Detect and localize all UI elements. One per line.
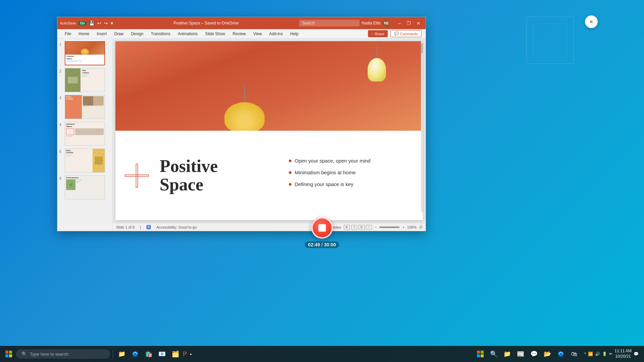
tab-animations[interactable]: Animations — [174, 30, 201, 38]
taskbar-center-search[interactable]: 🔍 — [488, 348, 500, 360]
comment-icon: 💬 — [394, 32, 399, 36]
start-button[interactable] — [3, 348, 15, 360]
volume-icon[interactable]: 🔊 — [595, 352, 600, 356]
tab-help[interactable]: Help — [287, 30, 302, 38]
taskbar-center-explorer[interactable]: 📁 — [501, 348, 513, 360]
minimize-button[interactable]: ─ — [395, 18, 404, 28]
status-bar: Slide 1 of 8 | ♿ Accessibility: Good to … — [113, 223, 426, 231]
slide-item-1[interactable]: 1 PositiveSpace Open your space, open yo… — [57, 40, 112, 67]
tab-review[interactable]: Review — [229, 30, 249, 38]
slide-thumb-4[interactable]: IntentionalObjects + Choose with purpose — [65, 122, 105, 146]
slide-scrollbar[interactable] — [421, 41, 423, 212]
svg-rect-5 — [126, 50, 146, 63]
tab-slideshow[interactable]: Slide Show — [202, 30, 228, 38]
windows-logo — [5, 351, 12, 357]
chevron-up-icon[interactable]: ^ — [584, 352, 586, 356]
share-icon: ↑ — [371, 32, 373, 36]
slide-canvas[interactable]: PositiveSpace Open your space, open your… — [115, 41, 423, 220]
view-sorter-icon[interactable]: ⊟ — [359, 225, 365, 230]
win-logo-red — [5, 351, 8, 354]
taskbar-powerpoint[interactable]: P — [183, 348, 195, 360]
view-reading-icon[interactable]: □ — [366, 225, 372, 230]
fit-slide-icon[interactable]: ⊡ — [419, 225, 422, 229]
slide-item-4[interactable]: 4 IntentionalObjects + Choose with purpo… — [57, 120, 112, 147]
taskbar-edge[interactable] — [129, 348, 141, 360]
slide-thumb-3[interactable]: Settingthe Mood Ambiance matters — [65, 95, 105, 119]
bullet-dot-1 — [289, 160, 291, 162]
close-overlay-button[interactable]: × — [585, 15, 598, 28]
taskbar-center-files[interactable]: 📂 — [541, 348, 553, 360]
taskbar-center-widgets[interactable]: 📰 — [515, 348, 527, 360]
taskbar-center-start[interactable] — [474, 348, 486, 360]
slide-item-3[interactable]: 3 Settingthe Mood — [57, 94, 112, 120]
share-button[interactable]: ↑ Share — [368, 30, 388, 37]
zoom-minus[interactable]: − — [375, 225, 377, 229]
slide-thumb-2[interactable]: Color+ Pattern Design elements thatbring… — [65, 68, 105, 92]
slide-6-thumbnail: Find Inspiration 🌿 Nature inspiresgreat … — [65, 176, 105, 199]
slide-thumb-1[interactable]: PositiveSpace Open your space, open your… — [65, 41, 105, 65]
taskbar-center-edge[interactable] — [555, 348, 567, 360]
bullet-2: Minimalism begins at home — [289, 170, 413, 175]
svg-line-3 — [510, 67, 577, 134]
svg-rect-1 — [533, 23, 567, 57]
slide-thumb-6[interactable]: Find Inspiration 🌿 Nature inspiresgreat … — [65, 175, 105, 199]
pen-icon[interactable]: ✏ — [609, 352, 612, 356]
tab-view[interactable]: View — [250, 30, 265, 38]
tab-transitions[interactable]: Transitions — [148, 30, 174, 38]
undo-icon[interactable]: ↩ — [97, 20, 101, 26]
powerpoint-icon: P — [183, 351, 187, 358]
system-clock[interactable]: 11:11 AM 10/20/21 — [614, 349, 632, 359]
tab-home[interactable]: Home — [75, 30, 93, 38]
svg-rect-0 — [527, 17, 574, 64]
slide-thumb-5[interactable]: DefineFunctions Each space hasa purpose — [65, 148, 105, 173]
slide-bullets: Open your space, open your mind Minimali… — [283, 158, 413, 193]
title-bar-left: AutoSave On 💾 ↩ ↪ ▾ — [60, 20, 113, 26]
tab-addins[interactable]: Add-ins — [266, 30, 286, 38]
window-controls: ─ ❐ ✕ — [395, 18, 423, 28]
slide-item-6[interactable]: 6 Find Inspiration 🌿 Nature inspiresgrea… — [57, 174, 112, 201]
taskbar-center-store[interactable]: 🛍 — [568, 348, 580, 360]
save-icon[interactable]: 💾 — [89, 20, 95, 26]
user-avatar[interactable]: NE — [383, 19, 390, 27]
accessibility-status: Accessibility: Good to go — [156, 225, 197, 229]
zoom-slider-fill — [379, 227, 399, 228]
bg-decoration — [510, 0, 644, 134]
taskbar-file-explorer[interactable]: 📁 — [116, 348, 128, 360]
autosave-toggle[interactable]: On — [78, 21, 87, 25]
slide-4-thumbnail: IntentionalObjects + Choose with purpose — [65, 122, 105, 145]
taskbar-search[interactable]: 🔍 Type here to search — [16, 349, 110, 359]
view-normal-icon[interactable]: ⊞ — [344, 225, 350, 230]
zoom-slider[interactable] — [379, 227, 399, 228]
title-bar: AutoSave On 💾 ↩ ↪ ▾ Positive Space – Sav… — [57, 17, 426, 29]
taskbar-mail[interactable]: 📧 — [156, 348, 168, 360]
zoom-plus[interactable]: + — [402, 225, 404, 229]
tab-insert[interactable]: Insert — [93, 30, 110, 38]
restore-button[interactable]: ❐ — [404, 18, 414, 28]
center-store-icon: 🛍 — [571, 351, 577, 358]
battery-icon[interactable]: 🔋 — [602, 352, 607, 356]
notification-icon[interactable]: 💬 — [634, 352, 639, 356]
taskbar-center-teams[interactable]: 💬 — [528, 348, 540, 360]
bullet-1: Open your space, open your mind — [289, 158, 413, 164]
slide-panel[interactable]: 1 PositiveSpace Open your space, open yo… — [57, 39, 113, 231]
bullet-dot-3 — [289, 183, 291, 186]
wifi-icon[interactable]: 📶 — [588, 352, 593, 356]
close-button[interactable]: ✕ — [414, 18, 423, 28]
slide-item-5[interactable]: 5 DefineFunctions Each space hasa purpos… — [57, 147, 112, 174]
customize-icon[interactable]: ▾ — [111, 20, 113, 26]
comments-button[interactable]: 💬 Comments — [390, 30, 422, 37]
mail-icon: 📧 — [158, 350, 166, 358]
slide-1-thumbnail: PositiveSpace Open your space, open your… — [65, 42, 104, 65]
tab-file[interactable]: File — [61, 30, 74, 38]
slide-item-2[interactable]: 2 Color+ Pattern Design elements thatbri… — [57, 67, 112, 94]
accessibility-icon: ♿ — [146, 225, 151, 229]
taskbar-widgets[interactable]: 🗂️ — [169, 348, 181, 360]
ribbon-search-input[interactable] — [299, 20, 360, 26]
tab-design[interactable]: Design — [127, 30, 147, 38]
taskbar-store[interactable]: 🛍️ — [143, 348, 155, 360]
record-stop-button[interactable] — [311, 217, 333, 239]
stop-icon — [318, 224, 326, 232]
view-outline-icon[interactable]: ≡ — [351, 225, 357, 230]
tab-draw[interactable]: Draw — [111, 30, 127, 38]
redo-icon[interactable]: ↪ — [104, 20, 108, 26]
